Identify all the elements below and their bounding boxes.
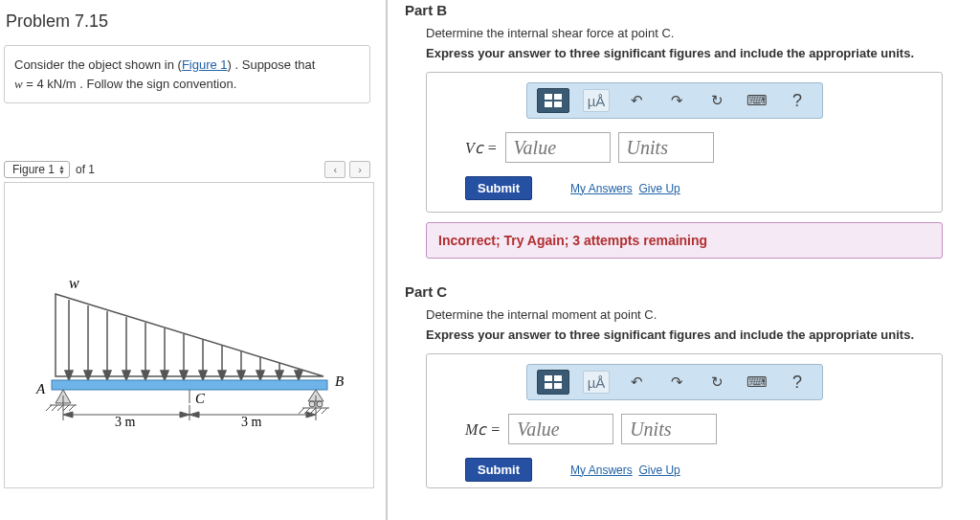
part-c-instruction2: Express your answer to three significant… [426, 328, 972, 342]
left-panel: Problem 7.15 Consider the object shown i… [0, 0, 388, 520]
beam-diagram: w A [17, 273, 362, 445]
reset-button[interactable]: ↻ [703, 89, 730, 112]
svg-marker-24 [276, 371, 283, 380]
reset-button[interactable]: ↻ [703, 371, 730, 394]
svg-rect-57 [554, 102, 562, 107]
svg-marker-22 [256, 371, 264, 380]
svg-line-34 [69, 405, 75, 411]
svg-marker-2 [65, 371, 73, 380]
figure-display: w A [4, 182, 374, 488]
help-button[interactable]: ? [784, 89, 811, 112]
problem-title: Problem 7.15 [6, 11, 374, 32]
svg-marker-18 [218, 371, 226, 380]
problem-description: Consider the object shown in (Figure 1) … [4, 45, 370, 103]
svg-line-33 [63, 405, 69, 411]
svg-line-39 [299, 408, 304, 414]
units-button[interactable]: µÅ [583, 371, 610, 394]
part-c-title: Part C [405, 283, 972, 300]
give-up-link[interactable]: Give Up [638, 182, 679, 195]
templates-button[interactable] [537, 370, 569, 395]
svg-point-36 [309, 401, 315, 407]
part-c-links: My Answers Give Up [570, 463, 680, 477]
desc-text: ) . Suppose that [228, 57, 316, 72]
desc-text: . Follow the sign convention. [77, 77, 237, 91]
svg-marker-20 [237, 371, 245, 380]
help-button[interactable]: ? [784, 371, 811, 394]
svg-rect-27 [52, 380, 327, 390]
give-up-link[interactable]: Give Up [638, 463, 679, 477]
svg-marker-14 [180, 371, 188, 380]
mc-label: Mᴄ = [465, 420, 501, 439]
redo-button[interactable]: ↷ [663, 371, 690, 394]
svg-rect-56 [545, 102, 552, 107]
svg-rect-55 [554, 94, 562, 100]
part-c-instruction: Determine the internal moment at point C… [426, 307, 972, 322]
figure-selector[interactable]: Figure 1 ▲▼ [4, 161, 70, 178]
part-b-instruction: Determine the internal shear force at po… [426, 26, 972, 40]
svg-rect-60 [545, 383, 552, 389]
my-answers-link[interactable]: My Answers [570, 182, 633, 195]
part-b-submit-row: Submit My Answers Give Up [465, 176, 928, 200]
templates-button[interactable] [537, 88, 569, 113]
figure-selector-label: Figure 1 [12, 163, 55, 176]
part-c: Part C Determine the internal moment at … [405, 283, 972, 488]
part-b-error: Incorrect; Try Again; 3 attempts remaini… [426, 222, 943, 259]
undo-button[interactable]: ↶ [623, 89, 650, 112]
svg-marker-4 [84, 371, 92, 380]
vc-value-input[interactable] [505, 132, 611, 163]
svg-line-32 [57, 405, 63, 411]
answer-toolbar: µÅ ↶ ↷ ↻ ⌨ ? [526, 364, 823, 400]
part-c-submit-button[interactable]: Submit [465, 458, 532, 482]
part-b-links: My Answers Give Up [570, 182, 680, 195]
svg-rect-59 [554, 375, 562, 381]
var-w: w [14, 77, 23, 91]
svg-marker-49 [63, 412, 73, 418]
dim-right: 3 m [241, 415, 262, 429]
svg-marker-6 [103, 371, 111, 380]
eq-text: = 4 kN/m [23, 77, 77, 91]
part-c-answer-box: µÅ ↶ ↷ ↻ ⌨ ? Mᴄ = Submit My Answers Give… [426, 353, 943, 488]
part-c-submit-row: Submit My Answers Give Up [465, 458, 928, 482]
svg-line-30 [46, 405, 52, 411]
stepper-icon[interactable]: ▲▼ [58, 165, 65, 174]
svg-point-37 [317, 401, 323, 407]
next-figure-button[interactable]: › [349, 161, 370, 178]
svg-rect-61 [554, 383, 562, 389]
figure-navigation: Figure 1 ▲▼ of 1 ‹ › [4, 161, 370, 178]
my-answers-link[interactable]: My Answers [570, 463, 633, 477]
keyboard-button[interactable]: ⌨ [744, 89, 770, 112]
vc-units-input[interactable] [618, 132, 714, 163]
svg-marker-26 [295, 371, 302, 380]
mc-value-input[interactable] [508, 414, 613, 444]
vc-label: Vᴄ = [465, 139, 498, 157]
svg-marker-16 [199, 371, 207, 380]
redo-button[interactable]: ↷ [663, 89, 690, 112]
svg-marker-0 [56, 294, 323, 376]
right-panel: Part B Determine the internal shear forc… [388, 0, 980, 520]
figure-link[interactable]: Figure 1 [182, 57, 228, 72]
undo-button[interactable]: ↶ [623, 371, 650, 394]
label-B: B [335, 373, 344, 389]
svg-marker-12 [161, 371, 168, 380]
svg-line-43 [322, 408, 327, 414]
figure-count: of 1 [76, 163, 95, 176]
part-b-answer-box: µÅ ↶ ↷ ↻ ⌨ ? Vᴄ = Submit My Answers Give… [426, 72, 943, 213]
desc-text: Consider the object shown in ( [14, 57, 182, 72]
svg-rect-58 [545, 375, 552, 381]
part-b: Part B Determine the internal shear forc… [405, 2, 972, 259]
answer-toolbar: µÅ ↶ ↷ ↻ ⌨ ? [526, 82, 823, 119]
svg-marker-52 [189, 412, 199, 418]
svg-line-31 [52, 405, 57, 411]
svg-marker-10 [142, 371, 149, 380]
part-b-submit-button[interactable]: Submit [465, 176, 532, 200]
prev-figure-button[interactable]: ‹ [324, 161, 345, 178]
keyboard-button[interactable]: ⌨ [744, 371, 770, 394]
part-b-instruction2: Express your answer to three significant… [426, 46, 972, 60]
mc-units-input[interactable] [621, 414, 717, 444]
part-b-equation-row: Vᴄ = [465, 132, 928, 163]
dim-left: 3 m [115, 415, 136, 429]
label-A: A [35, 381, 46, 396]
svg-line-42 [316, 408, 322, 414]
label-w: w [69, 275, 79, 291]
units-button[interactable]: µÅ [583, 89, 610, 112]
